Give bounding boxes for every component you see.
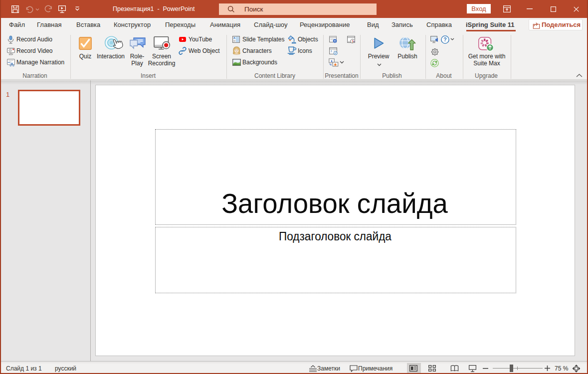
svg-text:?: ? [443,36,446,42]
svg-text:A: A [233,36,235,39]
